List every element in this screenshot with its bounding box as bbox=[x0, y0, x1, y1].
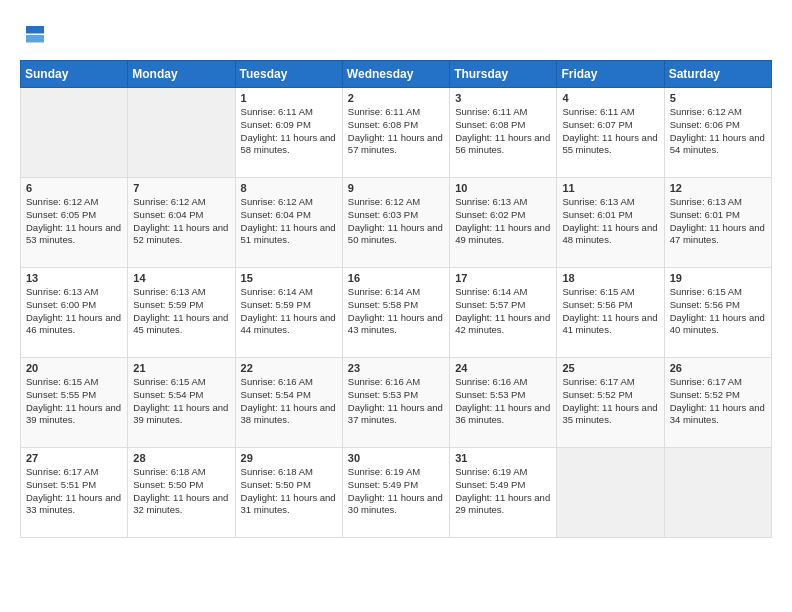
calendar-table: SundayMondayTuesdayWednesdayThursdayFrid… bbox=[20, 60, 772, 538]
day-info: Sunrise: 6:12 AMSunset: 6:06 PMDaylight:… bbox=[670, 106, 766, 157]
calendar-week-3: 13Sunrise: 6:13 AMSunset: 6:00 PMDayligh… bbox=[21, 268, 772, 358]
day-info: Sunrise: 6:12 AMSunset: 6:04 PMDaylight:… bbox=[241, 196, 337, 247]
day-info: Sunrise: 6:16 AMSunset: 5:54 PMDaylight:… bbox=[241, 376, 337, 427]
calendar-cell: 23Sunrise: 6:16 AMSunset: 5:53 PMDayligh… bbox=[342, 358, 449, 448]
calendar-cell: 12Sunrise: 6:13 AMSunset: 6:01 PMDayligh… bbox=[664, 178, 771, 268]
weekday-row: SundayMondayTuesdayWednesdayThursdayFrid… bbox=[21, 61, 772, 88]
day-info: Sunrise: 6:13 AMSunset: 5:59 PMDaylight:… bbox=[133, 286, 229, 337]
day-info: Sunrise: 6:12 AMSunset: 6:04 PMDaylight:… bbox=[133, 196, 229, 247]
calendar-week-5: 27Sunrise: 6:17 AMSunset: 5:51 PMDayligh… bbox=[21, 448, 772, 538]
calendar-cell: 8Sunrise: 6:12 AMSunset: 6:04 PMDaylight… bbox=[235, 178, 342, 268]
day-info: Sunrise: 6:12 AMSunset: 6:05 PMDaylight:… bbox=[26, 196, 122, 247]
svg-marker-2 bbox=[26, 35, 44, 43]
calendar-cell: 10Sunrise: 6:13 AMSunset: 6:02 PMDayligh… bbox=[450, 178, 557, 268]
day-info: Sunrise: 6:15 AMSunset: 5:56 PMDaylight:… bbox=[562, 286, 658, 337]
page-header bbox=[20, 20, 772, 50]
weekday-header-tuesday: Tuesday bbox=[235, 61, 342, 88]
day-number: 8 bbox=[241, 182, 337, 194]
calendar-cell: 20Sunrise: 6:15 AMSunset: 5:55 PMDayligh… bbox=[21, 358, 128, 448]
day-info: Sunrise: 6:11 AMSunset: 6:09 PMDaylight:… bbox=[241, 106, 337, 157]
day-number: 25 bbox=[562, 362, 658, 374]
day-number: 7 bbox=[133, 182, 229, 194]
calendar-body: 1Sunrise: 6:11 AMSunset: 6:09 PMDaylight… bbox=[21, 88, 772, 538]
calendar-week-1: 1Sunrise: 6:11 AMSunset: 6:09 PMDaylight… bbox=[21, 88, 772, 178]
day-info: Sunrise: 6:13 AMSunset: 6:02 PMDaylight:… bbox=[455, 196, 551, 247]
day-info: Sunrise: 6:13 AMSunset: 6:01 PMDaylight:… bbox=[562, 196, 658, 247]
calendar-cell: 25Sunrise: 6:17 AMSunset: 5:52 PMDayligh… bbox=[557, 358, 664, 448]
weekday-header-friday: Friday bbox=[557, 61, 664, 88]
calendar-cell: 16Sunrise: 6:14 AMSunset: 5:58 PMDayligh… bbox=[342, 268, 449, 358]
calendar-cell: 29Sunrise: 6:18 AMSunset: 5:50 PMDayligh… bbox=[235, 448, 342, 538]
day-info: Sunrise: 6:18 AMSunset: 5:50 PMDaylight:… bbox=[241, 466, 337, 517]
calendar-cell: 18Sunrise: 6:15 AMSunset: 5:56 PMDayligh… bbox=[557, 268, 664, 358]
day-info: Sunrise: 6:14 AMSunset: 5:57 PMDaylight:… bbox=[455, 286, 551, 337]
day-number: 23 bbox=[348, 362, 444, 374]
day-number: 31 bbox=[455, 452, 551, 464]
day-number: 5 bbox=[670, 92, 766, 104]
day-info: Sunrise: 6:11 AMSunset: 6:08 PMDaylight:… bbox=[348, 106, 444, 157]
day-number: 2 bbox=[348, 92, 444, 104]
day-number: 9 bbox=[348, 182, 444, 194]
weekday-header-monday: Monday bbox=[128, 61, 235, 88]
calendar-cell: 5Sunrise: 6:12 AMSunset: 6:06 PMDaylight… bbox=[664, 88, 771, 178]
day-number: 3 bbox=[455, 92, 551, 104]
day-number: 15 bbox=[241, 272, 337, 284]
calendar-cell: 7Sunrise: 6:12 AMSunset: 6:04 PMDaylight… bbox=[128, 178, 235, 268]
day-number: 28 bbox=[133, 452, 229, 464]
calendar-cell bbox=[557, 448, 664, 538]
day-info: Sunrise: 6:19 AMSunset: 5:49 PMDaylight:… bbox=[455, 466, 551, 517]
calendar-cell: 9Sunrise: 6:12 AMSunset: 6:03 PMDaylight… bbox=[342, 178, 449, 268]
calendar-cell: 6Sunrise: 6:12 AMSunset: 6:05 PMDaylight… bbox=[21, 178, 128, 268]
calendar-cell: 1Sunrise: 6:11 AMSunset: 6:09 PMDaylight… bbox=[235, 88, 342, 178]
day-info: Sunrise: 6:15 AMSunset: 5:56 PMDaylight:… bbox=[670, 286, 766, 337]
calendar-cell: 28Sunrise: 6:18 AMSunset: 5:50 PMDayligh… bbox=[128, 448, 235, 538]
day-number: 12 bbox=[670, 182, 766, 194]
weekday-header-sunday: Sunday bbox=[21, 61, 128, 88]
day-number: 22 bbox=[241, 362, 337, 374]
day-number: 18 bbox=[562, 272, 658, 284]
calendar-cell: 21Sunrise: 6:15 AMSunset: 5:54 PMDayligh… bbox=[128, 358, 235, 448]
calendar-cell: 13Sunrise: 6:13 AMSunset: 6:00 PMDayligh… bbox=[21, 268, 128, 358]
logo bbox=[20, 20, 54, 50]
day-info: Sunrise: 6:16 AMSunset: 5:53 PMDaylight:… bbox=[348, 376, 444, 427]
day-info: Sunrise: 6:14 AMSunset: 5:58 PMDaylight:… bbox=[348, 286, 444, 337]
day-info: Sunrise: 6:17 AMSunset: 5:52 PMDaylight:… bbox=[670, 376, 766, 427]
svg-marker-1 bbox=[26, 26, 44, 34]
day-number: 29 bbox=[241, 452, 337, 464]
day-number: 17 bbox=[455, 272, 551, 284]
day-info: Sunrise: 6:13 AMSunset: 6:00 PMDaylight:… bbox=[26, 286, 122, 337]
calendar-cell bbox=[664, 448, 771, 538]
weekday-header-thursday: Thursday bbox=[450, 61, 557, 88]
day-info: Sunrise: 6:11 AMSunset: 6:07 PMDaylight:… bbox=[562, 106, 658, 157]
calendar-cell: 19Sunrise: 6:15 AMSunset: 5:56 PMDayligh… bbox=[664, 268, 771, 358]
day-number: 30 bbox=[348, 452, 444, 464]
day-info: Sunrise: 6:16 AMSunset: 5:53 PMDaylight:… bbox=[455, 376, 551, 427]
calendar-header: SundayMondayTuesdayWednesdayThursdayFrid… bbox=[21, 61, 772, 88]
day-number: 11 bbox=[562, 182, 658, 194]
day-number: 19 bbox=[670, 272, 766, 284]
day-number: 6 bbox=[26, 182, 122, 194]
calendar-cell: 14Sunrise: 6:13 AMSunset: 5:59 PMDayligh… bbox=[128, 268, 235, 358]
calendar-cell: 27Sunrise: 6:17 AMSunset: 5:51 PMDayligh… bbox=[21, 448, 128, 538]
day-number: 13 bbox=[26, 272, 122, 284]
day-info: Sunrise: 6:17 AMSunset: 5:51 PMDaylight:… bbox=[26, 466, 122, 517]
day-info: Sunrise: 6:15 AMSunset: 5:55 PMDaylight:… bbox=[26, 376, 122, 427]
day-info: Sunrise: 6:18 AMSunset: 5:50 PMDaylight:… bbox=[133, 466, 229, 517]
calendar-cell: 22Sunrise: 6:16 AMSunset: 5:54 PMDayligh… bbox=[235, 358, 342, 448]
calendar-cell: 30Sunrise: 6:19 AMSunset: 5:49 PMDayligh… bbox=[342, 448, 449, 538]
day-number: 26 bbox=[670, 362, 766, 374]
day-info: Sunrise: 6:13 AMSunset: 6:01 PMDaylight:… bbox=[670, 196, 766, 247]
weekday-header-wednesday: Wednesday bbox=[342, 61, 449, 88]
logo-icon bbox=[20, 20, 50, 50]
day-number: 20 bbox=[26, 362, 122, 374]
day-info: Sunrise: 6:15 AMSunset: 5:54 PMDaylight:… bbox=[133, 376, 229, 427]
day-number: 27 bbox=[26, 452, 122, 464]
day-number: 16 bbox=[348, 272, 444, 284]
day-number: 14 bbox=[133, 272, 229, 284]
calendar-cell: 11Sunrise: 6:13 AMSunset: 6:01 PMDayligh… bbox=[557, 178, 664, 268]
calendar-cell: 31Sunrise: 6:19 AMSunset: 5:49 PMDayligh… bbox=[450, 448, 557, 538]
day-number: 4 bbox=[562, 92, 658, 104]
weekday-header-saturday: Saturday bbox=[664, 61, 771, 88]
calendar-cell: 4Sunrise: 6:11 AMSunset: 6:07 PMDaylight… bbox=[557, 88, 664, 178]
day-info: Sunrise: 6:14 AMSunset: 5:59 PMDaylight:… bbox=[241, 286, 337, 337]
